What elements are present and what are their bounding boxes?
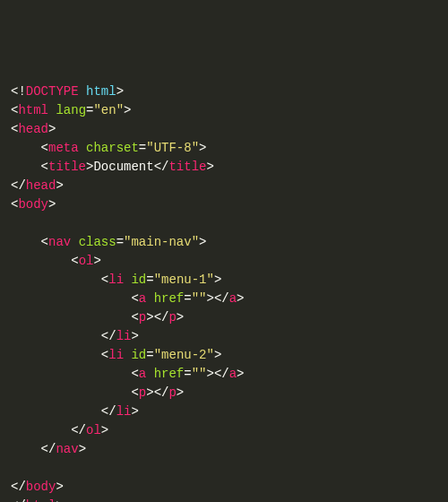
- code-block: <!DOCTYPE html> <html lang="en"> <head> …: [11, 82, 437, 502]
